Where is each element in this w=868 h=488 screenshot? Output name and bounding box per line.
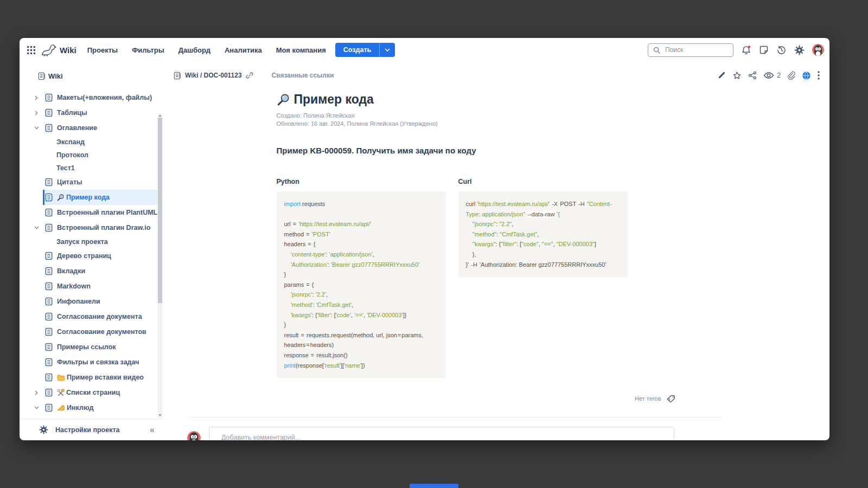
nav-item-3[interactable]: Аналитика — [225, 46, 262, 54]
document-icon — [44, 108, 53, 117]
taskbar-hint — [410, 484, 458, 488]
sidebar-header: Wiki — [20, 62, 163, 86]
search-input[interactable] — [664, 46, 728, 54]
project-settings-gear-icon[interactable] — [39, 425, 48, 434]
sidebar: Wiki Макеты(+вложения, файлы)ТаблицыОгла… — [20, 62, 163, 440]
history-icon[interactable] — [776, 45, 787, 55]
tags-row: Нет тегов — [277, 394, 716, 403]
document-icon — [44, 312, 53, 321]
sidebar-item[interactable]: Встроенный плагин Draw.io — [44, 220, 157, 235]
chevron-right-icon[interactable] — [34, 390, 40, 395]
views-count: 2 — [777, 72, 781, 79]
notes-icon[interactable] — [759, 45, 769, 55]
sidebar-scrollbar-thumb[interactable] — [158, 118, 162, 303]
sidebar-item[interactable]: Инклюд — [44, 400, 157, 415]
breadcrumb-label[interactable]: Wiki / DOC-001123 — [185, 72, 242, 79]
chevron-down-icon[interactable] — [34, 226, 40, 230]
search-box[interactable] — [648, 43, 733, 57]
main-area: Wiki Макеты(+вложения, файлы)ТаблицыОгла… — [20, 62, 829, 440]
sidebar-footer: Настройки проекта « — [20, 419, 163, 440]
folder-icon — [57, 374, 65, 381]
nav-item-0[interactable]: Проекты — [87, 46, 118, 54]
dinosaur-logo-icon[interactable] — [41, 43, 56, 57]
sidebar-item[interactable]: Вкладки — [44, 264, 157, 279]
page-meta: Создано: Полина Яглейская Обновлено: 16 … — [277, 112, 716, 128]
sidebar-item[interactable]: Согласование документов — [44, 324, 157, 339]
app-title[interactable]: Wiki — [60, 46, 76, 55]
nav-item-1[interactable]: Фильтры — [132, 46, 164, 54]
sidebar-item[interactable]: Встроенный плагин PlantUML — [44, 205, 157, 220]
chevron-right-icon[interactable] — [34, 111, 40, 115]
sidebar-item[interactable]: Таблицы — [44, 105, 157, 120]
sidebar-tree: Макеты(+вложения, файлы)ТаблицыОглавлени… — [20, 86, 163, 419]
sidebar-item[interactable]: Фильтры и связка задач — [44, 355, 157, 370]
sidebar-item[interactable]: Примеры ссылок — [44, 339, 157, 355]
sidebar-item[interactable]: Согласование документа — [44, 309, 157, 324]
chevron-right-icon[interactable] — [34, 95, 40, 100]
comment-input-box[interactable] — [209, 427, 674, 440]
page-toolbar: 2 — [717, 71, 820, 80]
document-icon — [44, 358, 53, 367]
link-icon[interactable] — [246, 72, 253, 79]
sidebar-item[interactable]: Тест1 — [44, 162, 157, 175]
edit-pencil-icon[interactable] — [717, 71, 726, 80]
settings-gear-icon[interactable] — [794, 45, 805, 55]
page-book-icon — [174, 72, 181, 80]
document: Пример кода Создано: Полина Яглейская Об… — [277, 92, 716, 403]
sidebar-item[interactable]: Пример кода — [43, 190, 157, 205]
public-globe-icon[interactable] — [802, 71, 811, 80]
sidebar-item[interactable]: Для вставки — [44, 415, 157, 419]
sidebar-item[interactable]: Инфопанели — [44, 294, 157, 309]
comment-input[interactable] — [220, 433, 663, 440]
sidebar-item[interactable]: Markdown — [44, 279, 157, 294]
document-icon — [44, 328, 53, 336]
share-icon[interactable] — [748, 71, 757, 80]
scrollbar-down-arrow-icon[interactable] — [158, 414, 162, 416]
sidebar-item[interactable]: Запуск проекта — [44, 235, 157, 248]
sidebar-item[interactable]: Пример вставки видео — [44, 370, 157, 385]
sidebar-item[interactable]: Протокол — [44, 149, 157, 162]
wiki-book-icon — [38, 72, 46, 80]
scrollbar-up-arrow-icon[interactable] — [158, 114, 162, 117]
breadcrumb[interactable]: Wiki / DOC-001123 — [174, 72, 253, 80]
add-tag-icon[interactable] — [666, 394, 676, 403]
document-icon — [44, 93, 53, 102]
sidebar-item[interactable]: Экспанд — [44, 136, 157, 149]
sidebar-scrollbar[interactable] — [158, 113, 162, 418]
comment-section — [187, 417, 722, 440]
more-kebab-icon[interactable] — [818, 71, 820, 80]
code-column-python: Pythonimport requests url = 'https://tes… — [277, 178, 446, 378]
favorite-star-icon[interactable] — [732, 71, 742, 80]
sidebar-item-label: Таблицы — [57, 109, 87, 117]
document-scroll-area: Пример кода Создано: Полина Яглейская Об… — [163, 84, 829, 440]
sidebar-collapse-button[interactable]: « — [150, 425, 154, 435]
code-block[interactable]: curl 'https://test.evateam.ru/api/' -X P… — [458, 191, 628, 277]
sidebar-item-label: Экспанд — [56, 138, 85, 146]
code-block[interactable]: import requests url = 'https://test.evat… — [277, 191, 446, 378]
sidebar-item[interactable]: Цитаты — [44, 175, 157, 190]
document-icon — [44, 223, 53, 232]
include-icon — [57, 404, 65, 411]
chevron-down-icon[interactable] — [34, 126, 40, 130]
sidebar-item[interactable]: Оглавление — [44, 120, 157, 136]
sidebar-item[interactable]: Макеты(+вложения, файлы) — [44, 90, 157, 105]
document-icon — [44, 388, 53, 397]
nav-item-2[interactable]: Дашборд — [178, 46, 210, 54]
chevron-down-icon[interactable] — [34, 406, 40, 410]
create-button-label[interactable]: Создать — [335, 43, 379, 57]
project-settings-label[interactable]: Настройки проекта — [55, 426, 120, 434]
create-dropdown-chevron-icon[interactable] — [379, 43, 395, 57]
user-avatar[interactable] — [812, 44, 824, 56]
attachment-paperclip-icon[interactable] — [787, 71, 795, 80]
nav-item-4[interactable]: Моя компания — [276, 46, 326, 54]
app-grid-icon[interactable] — [27, 46, 35, 54]
views-eye-icon[interactable] — [763, 72, 774, 79]
sidebar-item-label: Цитаты — [57, 178, 82, 186]
notifications-bell-icon[interactable] — [741, 45, 751, 55]
sidebar-item[interactable]: Дерево страниц — [44, 248, 157, 264]
create-button[interactable]: Создать — [335, 43, 395, 57]
sidebar-item-label: Встроенный плагин PlantUML — [57, 209, 157, 216]
sidebar-item[interactable]: Списки страниц — [44, 385, 157, 400]
related-links[interactable]: Связанные ссылки — [272, 72, 334, 79]
document-icon — [44, 208, 53, 217]
